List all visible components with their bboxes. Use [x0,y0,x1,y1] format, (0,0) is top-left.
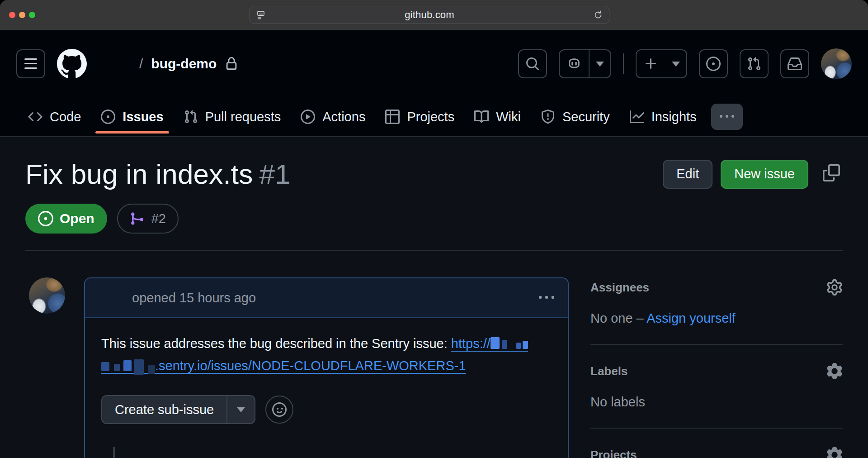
redacted-pixels [123,360,132,371]
sentry-link-end[interactable]: .sentry.io/issues/NODE-CLOUDFLARE-WORKER… [101,358,466,374]
tab-wiki[interactable]: Wiki [464,97,531,136]
tab-overflow-button[interactable] [711,104,743,130]
create-sub-issue-button[interactable]: Create sub-issue [101,395,255,424]
copilot-icon[interactable] [560,50,589,77]
redacted-pixels [523,341,528,349]
tab-security[interactable]: Security [531,97,620,136]
create-new-button[interactable] [636,49,687,78]
create-sub-issue-chevron[interactable] [226,396,255,423]
tab-label: Pull requests [205,110,281,124]
plus-icon[interactable] [637,50,665,77]
git-pull-request-icon [184,110,198,124]
search-icon [525,57,540,71]
labels-empty-text: No labels [590,395,843,410]
minimize-window-button[interactable] [19,12,25,18]
create-sub-issue-label[interactable]: Create sub-issue [102,396,226,423]
header-divider [25,250,843,251]
sentry-link-start[interactable]: https:// [451,336,528,352]
tab-label: Actions [322,110,365,124]
repo-name-link[interactable]: bug-demo [151,56,217,72]
private-lock-icon [225,57,238,71]
tab-actions[interactable]: Actions [291,97,375,136]
browser-chrome: github.com [0,0,868,30]
tab-issues[interactable]: Issues [91,97,173,136]
copilot-dropdown-chevron[interactable] [589,50,610,77]
assignees-empty-text: No one – [590,311,646,325]
issue-state-label: Open [60,211,94,226]
sidebar-divider [590,344,843,345]
book-icon [474,110,489,124]
issue-timeline: opened 15 hours ago This issue addresses… [25,277,569,458]
sentry-link-text[interactable]: .sentry.io/issues/NODE-CLOUDFLARE-WORKER… [155,358,466,373]
window-controls[interactable] [9,12,35,18]
tab-label: Security [562,110,610,124]
shield-icon [541,110,555,124]
issue-title: Fix bug in index.ts#1 [25,158,291,190]
copy-link-button[interactable] [823,164,843,184]
sub-issue-icon [130,211,145,226]
issue-body-comment: opened 15 hours ago This issue addresses… [84,277,569,458]
user-avatar[interactable] [821,48,852,79]
gear-icon [826,447,843,458]
labels-gear-button[interactable] [826,363,843,379]
timeline-connector [113,447,115,458]
breadcrumb: / bug-demo [139,56,238,72]
projects-title: Projects [590,448,637,458]
redacted-pixels [101,362,109,371]
kebab-horizontal-icon [539,290,554,305]
comment-header: opened 15 hours ago [85,278,568,318]
github-logo-icon[interactable] [57,49,87,79]
parent-issue-badge[interactable]: #2 [117,204,179,234]
projects-gear-button[interactable] [826,447,843,458]
comment-menu-button[interactable] [539,290,554,305]
zoom-window-button[interactable] [29,12,35,18]
tab-label: Issues [123,110,163,124]
search-button[interactable] [518,49,547,78]
add-reaction-button[interactable] [265,396,293,424]
hamburger-menu-button[interactable] [16,49,45,78]
pull-requests-button[interactable] [740,49,769,78]
tab-projects[interactable]: Projects [375,97,464,136]
edit-button[interactable]: Edit [663,160,712,189]
chevron-down-icon [237,407,245,412]
issue-sidebar: Assignees No one – Assign yourself Label… [590,277,843,458]
comment-timestamp[interactable]: opened 15 hours ago [132,291,256,305]
inbox-icon [788,57,802,71]
redacted-author-name [99,296,132,300]
url-text: github.com [266,9,593,21]
issue-opened-icon [38,211,53,226]
repo-tab-nav: Code Issues Pull requests Actions Projec… [0,97,868,137]
assignees-title: Assignees [590,281,649,295]
new-issue-button[interactable]: New issue [721,160,808,189]
tab-insights[interactable]: Insights [620,97,707,136]
sentry-link-text[interactable]: https:// [451,336,491,351]
redacted-pixels [134,359,144,375]
tab-code[interactable]: Code [18,97,91,136]
tab-label: Wiki [496,110,521,124]
tab-label: Code [50,110,81,124]
issue-opened-icon [101,110,115,124]
comment-body: This issue addresses the bug described i… [85,318,568,443]
create-new-chevron[interactable] [665,50,686,77]
assignees-gear-button[interactable] [826,279,843,296]
reload-icon[interactable] [593,10,604,20]
redacted-pixels [502,340,507,349]
tab-pull-requests[interactable]: Pull requests [174,97,291,136]
issue-number: #1 [259,158,291,190]
redacted-pixels [491,337,500,349]
redacted-pixels [148,365,155,374]
graph-icon [630,110,644,124]
issues-button[interactable] [699,49,728,78]
sidebar-divider [590,428,843,429]
assign-yourself-link[interactable]: Assign yourself [646,311,736,325]
page-format-icon[interactable] [255,10,266,20]
issue-title-text: Fix bug in index.ts [25,158,253,190]
close-window-button[interactable] [9,12,15,18]
address-bar[interactable]: github.com [250,6,609,24]
breadcrumb-separator: / [139,56,143,72]
gear-icon [826,279,843,296]
copilot-button[interactable] [559,49,611,78]
comment-author-avatar[interactable] [29,277,65,314]
play-icon [301,110,315,124]
inbox-button[interactable] [780,49,809,78]
